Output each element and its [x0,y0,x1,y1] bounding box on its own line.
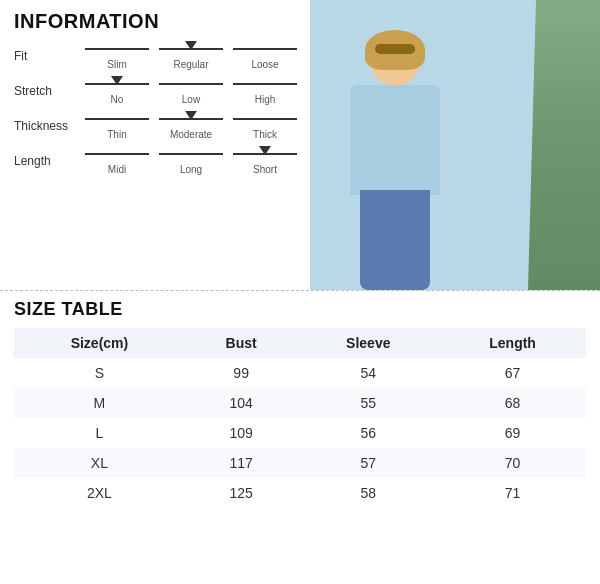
thickness-thin: Thin [82,111,152,140]
size-table: Size(cm) Bust Sleeve Length S995467M1045… [14,328,586,508]
stretch-low: Low [156,76,226,105]
photo-panel [310,0,600,290]
stretch-label: Stretch [14,84,82,98]
table-cell: 109 [185,418,298,448]
info-title: INFORMATION [14,10,296,33]
table-row: 2XL1255871 [14,478,586,508]
stretch-slider-group: No Low High [82,76,300,105]
length-slider-group: Midi Long Short [82,146,300,175]
table-row: M1045568 [14,388,586,418]
fit-slider-group: Slim Regular Loose [82,41,300,70]
table-header-row: Size(cm) Bust Sleeve Length [14,328,586,358]
table-cell: 117 [185,448,298,478]
table-cell: 55 [297,388,439,418]
length-long: Long [156,146,226,175]
table-cell: 57 [297,448,439,478]
header-bust: Bust [185,328,298,358]
table-cell: L [14,418,185,448]
fit-slim: Slim [82,41,152,70]
leaf-background [520,0,600,290]
size-table-section: SIZE TABLE Size(cm) Bust Sleeve Length S… [0,290,600,518]
fit-row: Fit Slim Regular [14,41,296,70]
table-cell: 68 [439,388,586,418]
size-table-title: SIZE TABLE [14,299,586,320]
table-cell: 99 [185,358,298,388]
thickness-label: Thickness [14,119,82,133]
table-cell: 2XL [14,478,185,508]
model-jeans [360,190,430,290]
header-size: Size(cm) [14,328,185,358]
length-label: Length [14,154,82,168]
table-cell: 125 [185,478,298,508]
fit-regular: Regular [156,41,226,70]
thickness-thick: Thick [230,111,300,140]
fit-label: Fit [14,49,82,63]
stretch-no: No [82,76,152,105]
table-cell: 58 [297,478,439,508]
info-panel: INFORMATION Fit Slim Regular [0,0,310,290]
table-cell: 56 [297,418,439,448]
header-length: Length [439,328,586,358]
sunglasses [375,44,415,54]
length-short: Short [230,146,300,175]
table-cell: 69 [439,418,586,448]
table-cell: 70 [439,448,586,478]
table-row: XL1175770 [14,448,586,478]
table-cell: S [14,358,185,388]
table-row: L1095669 [14,418,586,448]
thickness-moderate: Moderate [156,111,226,140]
table-cell: M [14,388,185,418]
thickness-slider-group: Thin Moderate Thick [82,111,300,140]
table-row: S995467 [14,358,586,388]
header-sleeve: Sleeve [297,328,439,358]
table-cell: 67 [439,358,586,388]
length-midi: Midi [82,146,152,175]
stretch-row: Stretch No Low [14,76,296,105]
length-row: Length Midi Long [14,146,296,175]
stretch-high: High [230,76,300,105]
model-photo [310,0,600,290]
table-cell: 71 [439,478,586,508]
model-figure [340,30,460,290]
table-cell: 104 [185,388,298,418]
thickness-row: Thickness Thin Moderate [14,111,296,140]
table-cell: 54 [297,358,439,388]
model-blouse [350,85,440,195]
table-cell: XL [14,448,185,478]
fit-loose: Loose [230,41,300,70]
